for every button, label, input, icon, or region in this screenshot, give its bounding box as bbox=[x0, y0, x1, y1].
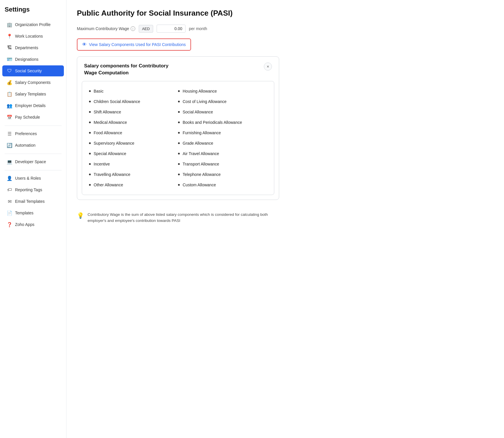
info-icon[interactable]: i bbox=[131, 26, 135, 31]
templates-icon: 📄 bbox=[7, 210, 12, 216]
bullet bbox=[178, 184, 180, 186]
sidebar-item-salary-components[interactable]: 💰 Salary Components bbox=[2, 77, 64, 88]
sidebar-item-reporting-tags[interactable]: 🏷 Reporting Tags bbox=[2, 184, 64, 195]
bullet bbox=[89, 184, 91, 186]
sidebar-item-label: Work Locations bbox=[15, 34, 43, 38]
component-item: Transport Allowance bbox=[178, 159, 267, 169]
sidebar-item-organization-profile[interactable]: 🏢 Organization Profile bbox=[2, 19, 64, 30]
bullet bbox=[178, 153, 180, 154]
users-roles-icon: 👤 bbox=[7, 176, 12, 181]
sidebar-item-automation[interactable]: 🔄 Automation bbox=[2, 140, 64, 151]
sidebar-item-preferences[interactable]: ☰ Preferences bbox=[2, 128, 64, 139]
bullet bbox=[178, 90, 180, 92]
component-item: Basic bbox=[89, 86, 178, 96]
bullet bbox=[89, 163, 91, 165]
notice-icon: 💡 bbox=[77, 212, 84, 219]
page-title: Public Authority for Social Insurance (P… bbox=[77, 9, 494, 18]
view-salary-components-button[interactable]: 👁 View Salary Components Used for PASI C… bbox=[77, 38, 191, 51]
email-templates-icon: ✉ bbox=[7, 199, 12, 204]
currency-badge: AED bbox=[139, 25, 153, 33]
component-item: Telephone Allowance bbox=[178, 169, 267, 180]
sidebar-item-label: Pay Schedule bbox=[15, 115, 40, 119]
work-locations-icon: 📍 bbox=[7, 34, 12, 39]
sidebar-item-social-security[interactable]: 🛡 Social Security bbox=[2, 65, 64, 76]
component-item: Books and Periodicals Allowance bbox=[178, 117, 267, 128]
bullet bbox=[89, 122, 91, 123]
sidebar-divider-3 bbox=[5, 170, 62, 170]
bullet bbox=[178, 163, 180, 165]
sidebar-item-label: Automation bbox=[15, 143, 36, 148]
sidebar-item-label: Reporting Tags bbox=[15, 187, 42, 192]
component-item: Medical Allowance bbox=[89, 117, 178, 128]
sidebar-item-departments[interactable]: 🏗 Departments bbox=[2, 42, 64, 53]
salary-components-icon: 💰 bbox=[7, 80, 12, 85]
sidebar-item-salary-templates[interactable]: 📋 Salary Templates bbox=[2, 89, 64, 100]
component-item: Cost of Living Allowance bbox=[178, 96, 267, 107]
component-item: Furnishing Allowance bbox=[178, 128, 267, 138]
bullet bbox=[178, 101, 180, 102]
bullet bbox=[89, 174, 91, 175]
panel-title: Salary components for Contributory Wage … bbox=[84, 62, 168, 76]
bullet bbox=[178, 174, 180, 175]
sidebar-item-email-templates[interactable]: ✉ Email Templates bbox=[2, 196, 64, 207]
components-panel: Salary components for Contributory Wage … bbox=[77, 56, 279, 200]
component-item: Air Travel Allowance bbox=[178, 148, 267, 159]
preferences-icon: ☰ bbox=[7, 131, 12, 136]
component-item: Incentive bbox=[89, 159, 178, 169]
organization-profile-icon: 🏢 bbox=[7, 22, 12, 27]
bullet bbox=[178, 111, 180, 113]
eye-icon: 👁 bbox=[82, 42, 87, 47]
components-list-box: BasicHousing AllowanceChildren Social Al… bbox=[82, 81, 274, 195]
sidebar-divider-2 bbox=[5, 154, 62, 154]
sidebar-item-label: Users & Roles bbox=[15, 176, 41, 181]
sidebar-item-employer-details[interactable]: 👥 Employer Details bbox=[2, 100, 64, 111]
main-content: Public Authority for Social Insurance (P… bbox=[66, 0, 504, 438]
per-month-label: per month bbox=[189, 26, 207, 31]
sidebar-item-templates[interactable]: 📄 Templates bbox=[2, 207, 64, 218]
sidebar-item-label: Salary Components bbox=[15, 80, 51, 85]
developer-space-icon: 💻 bbox=[7, 159, 12, 164]
sidebar-item-label: Social Security bbox=[15, 69, 42, 73]
amount-input[interactable] bbox=[157, 25, 186, 33]
salary-templates-icon: 📋 bbox=[7, 91, 12, 97]
bullet bbox=[178, 142, 180, 144]
sidebar-item-users-roles[interactable]: 👤 Users & Roles bbox=[2, 173, 64, 184]
component-item: Shift Allowance bbox=[89, 107, 178, 117]
component-item: Social Allowance bbox=[178, 107, 267, 117]
sidebar-item-label: Email Templates bbox=[15, 199, 45, 204]
automation-icon: 🔄 bbox=[7, 143, 12, 148]
component-item: Other Allowance bbox=[89, 180, 178, 190]
sidebar-item-pay-schedule[interactable]: 📅 Pay Schedule bbox=[2, 112, 64, 123]
bullet bbox=[89, 111, 91, 113]
reporting-tags-icon: 🏷 bbox=[7, 187, 12, 192]
zoho-apps-icon: ❓ bbox=[7, 222, 12, 227]
notice-box: 💡 Contributory Wage is the sum of above … bbox=[77, 207, 273, 226]
sidebar-item-work-locations[interactable]: 📍 Work Locations bbox=[2, 31, 64, 42]
component-item: Supervisory Allowance bbox=[89, 138, 178, 148]
social-security-icon: 🛡 bbox=[7, 68, 12, 73]
designations-icon: 🪪 bbox=[7, 57, 12, 62]
field-label: Maximum Contributory Wage i bbox=[77, 26, 135, 31]
sidebar-item-designations[interactable]: 🪪 Designations bbox=[2, 54, 64, 65]
bullet bbox=[89, 101, 91, 102]
sidebar-item-label: Organization Profile bbox=[15, 22, 51, 27]
component-item: Food Allowance bbox=[89, 128, 178, 138]
sidebar: Settings 🏢 Organization Profile 📍 Work L… bbox=[0, 0, 66, 438]
component-item: Housing Allowance bbox=[178, 86, 267, 96]
component-item: Travelling Allowance bbox=[89, 169, 178, 180]
pay-schedule-icon: 📅 bbox=[7, 115, 12, 120]
component-item: Grade Allowance bbox=[178, 138, 267, 148]
sidebar-item-developer-space[interactable]: 💻 Developer Space bbox=[2, 156, 64, 167]
bullet bbox=[89, 142, 91, 144]
bullet bbox=[178, 122, 180, 123]
max-contributory-wage-row: Maximum Contributory Wage i AED per mont… bbox=[77, 25, 494, 33]
sidebar-item-zoho-apps[interactable]: ❓ Zoho Apps bbox=[2, 219, 64, 230]
bullet bbox=[178, 132, 180, 134]
sidebar-item-label: Developer Space bbox=[15, 159, 46, 164]
sidebar-item-label: Templates bbox=[15, 211, 34, 215]
component-item: Special Allowance bbox=[89, 148, 178, 159]
close-button[interactable]: × bbox=[264, 62, 272, 71]
component-item: Custom Allowance bbox=[178, 180, 267, 190]
view-link-text: View Salary Components Used for PASI Con… bbox=[89, 42, 186, 47]
sidebar-title: Settings bbox=[0, 6, 66, 19]
